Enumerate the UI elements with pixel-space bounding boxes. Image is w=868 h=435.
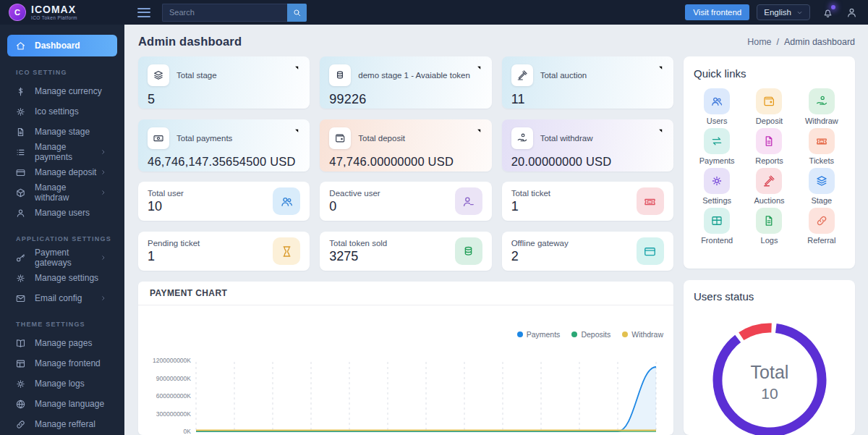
- sidebar-item-manage-withdraw[interactable]: Manage withdraw: [0, 182, 124, 203]
- svg-text:300000000K: 300000000K: [156, 410, 192, 418]
- stat-card-total-stage: Total stage5: [138, 56, 310, 109]
- chevron-right-icon: [100, 189, 107, 196]
- sidebar-item-payment-gateways[interactable]: Payment gateways: [0, 248, 124, 268]
- stat-card-label: Offline gateway: [511, 239, 569, 248]
- stat-card-value: 11: [511, 92, 664, 107]
- sidebar-item-label: Dashboard: [35, 41, 80, 51]
- sidebar-item-label: Manage users: [35, 208, 90, 218]
- sidebar-item-manage-logs[interactable]: Manage logs: [0, 373, 124, 394]
- link-icon: [15, 419, 26, 430]
- breadcrumb-home[interactable]: Home: [747, 37, 771, 47]
- sidebar-item-manage-refferal[interactable]: Manage refferal: [0, 414, 124, 434]
- sidebar-item-manage-payments[interactable]: Manage payments: [0, 142, 124, 162]
- language-dropdown[interactable]: English: [757, 4, 810, 20]
- stat-card-value: 20.00000000 USD: [511, 155, 664, 169]
- logo[interactable]: C ICOMAX ICO Token Platform: [0, 0, 124, 25]
- arrow-up-right-icon[interactable]: [655, 126, 665, 135]
- plain-cards-grid: Total user10Deactive user0Total ticket1P…: [138, 182, 673, 271]
- sidebar-item-dashboard[interactable]: Dashboard: [7, 35, 117, 56]
- mail-icon: [15, 293, 26, 304]
- gear-icon: [15, 106, 26, 117]
- sidebar-item-manage-frontend[interactable]: Manage frontend: [0, 353, 124, 373]
- quick-link-label: Auctions: [754, 196, 784, 205]
- quick-link-label: Withdraw: [805, 117, 838, 125]
- search-button[interactable]: [287, 4, 307, 22]
- sidebar-item-email-config[interactable]: Email config: [0, 288, 124, 308]
- sidebar-item-label: Manage payments: [35, 142, 100, 162]
- sidebar-item-label: Manage frontend: [35, 358, 101, 368]
- breadcrumb-separator: /: [777, 37, 779, 47]
- arrow-up-right-icon[interactable]: [655, 63, 665, 72]
- arrow-up-right-icon[interactable]: [474, 63, 483, 72]
- quick-link-deposit[interactable]: Deposit: [746, 88, 792, 125]
- stat-card-label: Total token sold: [329, 239, 387, 248]
- table-icon: [710, 214, 723, 227]
- stat-card-value: 1: [511, 199, 550, 214]
- quick-link-users[interactable]: Users: [694, 88, 740, 125]
- users-status-title: Users status: [694, 290, 845, 303]
- sidebar-item-manage-language[interactable]: Manage language: [0, 394, 124, 414]
- quick-link-payments[interactable]: Payments: [694, 128, 740, 165]
- sidebar-item-manage-currency[interactable]: Manage currency: [0, 81, 124, 101]
- arrow-up-right-icon[interactable]: [292, 126, 301, 135]
- chevron-right-icon: [100, 169, 107, 176]
- svg-text:900000000K: 900000000K: [156, 375, 192, 382]
- stat-card-label: Total user: [148, 189, 184, 198]
- visit-frontend-button[interactable]: Visit frontend: [685, 4, 749, 20]
- wallet-icon: [334, 132, 346, 144]
- wallet-icon: [762, 95, 775, 108]
- quick-link-tickets[interactable]: Tickets: [799, 128, 845, 165]
- quick-link-frontend[interactable]: Frontend: [694, 208, 740, 245]
- notifications-button[interactable]: [822, 7, 834, 19]
- sidebar-item-manage-pages[interactable]: Manage pages: [0, 333, 124, 353]
- stat-card-label: Total deposit: [358, 134, 405, 143]
- ticket-icon: [815, 135, 828, 148]
- file-icon: [762, 135, 775, 148]
- cube-icon: [15, 187, 26, 198]
- stat-card-value: 0: [329, 199, 380, 214]
- sidebar-item-label: Manage refferal: [35, 419, 95, 429]
- gear-icon: [15, 379, 26, 389]
- quick-link-withdraw[interactable]: Withdraw: [799, 88, 845, 125]
- svg-text:0K: 0K: [184, 428, 192, 435]
- gavel-icon: [516, 69, 528, 81]
- quick-link-logs[interactable]: Logs: [746, 208, 792, 245]
- file-icon: [15, 127, 26, 138]
- quick-link-referral[interactable]: Referral: [799, 208, 845, 245]
- donut-center-value: 10: [761, 385, 778, 402]
- dollar-icon: [15, 86, 26, 97]
- arrow-up-right-icon[interactable]: [474, 126, 483, 135]
- sidebar-item-label: Manage stage: [35, 127, 90, 137]
- sidebar-item-manage-deposit[interactable]: Manage deposit: [0, 162, 124, 182]
- sidebar-item-manage-stage[interactable]: Manage stage: [0, 122, 124, 142]
- sidebar-item-manage-users[interactable]: Manage users: [0, 203, 124, 223]
- quick-link-stage[interactable]: Stage: [799, 168, 845, 205]
- arrow-up-right-icon[interactable]: [292, 63, 301, 72]
- quick-link-auctions[interactable]: Auctions: [746, 168, 792, 205]
- chevron-down-icon: [796, 9, 803, 16]
- stat-card-label: Deactive user: [329, 189, 380, 198]
- payment-chart-title: PAYMENT CHART: [138, 282, 673, 305]
- hamburger-icon[interactable]: [137, 8, 150, 17]
- logo-title: ICOMAX: [31, 4, 77, 14]
- search-input[interactable]: [162, 4, 287, 22]
- quick-link-reports[interactable]: Reports: [746, 128, 792, 165]
- user-minus-icon: [461, 195, 475, 208]
- gear-icon: [15, 273, 26, 284]
- logo-subtitle: ICO Token Platform: [31, 16, 77, 21]
- stat-card-label: Total ticket: [511, 189, 550, 198]
- sidebar-item-label: Manage language: [35, 399, 104, 409]
- coins-icon: [461, 245, 475, 258]
- stat-card-total-user: Total user10: [138, 182, 310, 221]
- stat-card-value: 5: [148, 92, 300, 107]
- quick-link-settings[interactable]: Settings: [694, 168, 740, 205]
- chart-legend: PaymentsDepositsWithdraw: [148, 330, 663, 339]
- sidebar-section-header: ICO SETTING: [16, 69, 124, 76]
- legend-item: Payments: [517, 330, 561, 339]
- payment-chart: 0K300000000K600000000K900000000K12000000…: [148, 346, 663, 435]
- sidebar-item-manage-settings[interactable]: Manage settings: [0, 268, 124, 288]
- profile-button[interactable]: [846, 7, 858, 19]
- hand-coin-icon: [516, 132, 528, 144]
- sidebar-item-ico-settings[interactable]: Ico settings: [0, 101, 124, 122]
- quick-link-label: Tickets: [809, 156, 834, 165]
